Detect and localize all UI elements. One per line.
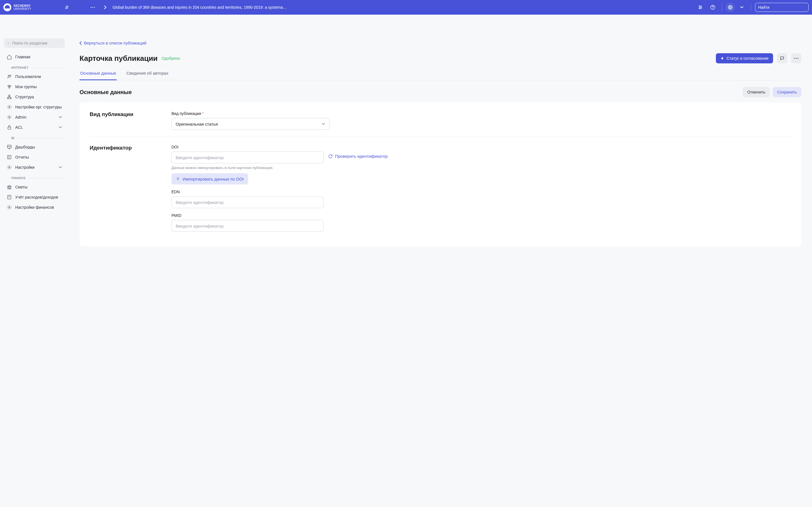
- nav-label: ACL: [15, 125, 23, 129]
- logo[interactable]: SECHENOV UNIVERSITY: [3, 3, 35, 11]
- cancel-button[interactable]: Отменить: [743, 87, 770, 97]
- svg-point-20: [10, 75, 11, 76]
- svg-point-13: [729, 6, 732, 9]
- sidebar-item-org-settings[interactable]: Настройки орг. структуры: [4, 102, 65, 112]
- import-doi-button[interactable]: Импортировать данные по DOI: [171, 173, 248, 184]
- svg-point-19: [8, 75, 10, 76]
- form-row-identifier: Идентификатор DOI Данные можно импортиро…: [90, 136, 791, 238]
- more-button[interactable]: [791, 53, 801, 63]
- comment-button[interactable]: [777, 53, 787, 63]
- topbar-search[interactable]: [755, 3, 809, 12]
- groups-icon: [7, 84, 12, 89]
- sidebar-item-reports[interactable]: Отчеты: [4, 152, 65, 162]
- svg-point-12: [730, 7, 731, 8]
- page-header: Карточка публикации Одобрено Статус и со…: [80, 53, 801, 63]
- check-identifier-button[interactable]: Проверить идентификатор: [328, 151, 388, 159]
- tab-authors[interactable]: Сведения об авторах: [126, 71, 169, 80]
- field-label: Вид публикации *: [171, 111, 329, 116]
- nav-label: Учёт расходов/доходов: [15, 195, 58, 200]
- sidebar-item-users[interactable]: Пользователи: [4, 71, 65, 82]
- nav-label: Настройки орг. структуры: [15, 105, 62, 109]
- sidebar-item-structure[interactable]: Структура: [4, 92, 65, 102]
- nav-label: Настройки: [15, 165, 35, 170]
- bolt-icon: [720, 56, 724, 61]
- svg-rect-25: [7, 98, 9, 99]
- sidebar-item-dashboards[interactable]: Дашборды: [4, 142, 65, 152]
- comment-icon: [780, 56, 784, 61]
- tab-main-data[interactable]: Основные данные: [80, 71, 117, 80]
- nav-label: Дашборды: [15, 145, 35, 149]
- nav-label: Admin: [15, 115, 27, 119]
- svg-rect-24: [9, 95, 10, 96]
- users-icon: [7, 74, 12, 79]
- chevron-right-icon[interactable]: [100, 2, 110, 12]
- sidebar-item-home[interactable]: Главная: [4, 52, 65, 62]
- topbar-search-input[interactable]: [758, 5, 808, 10]
- sidebar-item-bi-settings[interactable]: Настройки: [4, 162, 65, 172]
- pub-type-select[interactable]: Оригинальная статья: [171, 118, 329, 130]
- svg-point-28: [9, 117, 10, 118]
- nav-label: Настройки финансов: [15, 205, 54, 210]
- field-label: DOI: [171, 145, 324, 149]
- back-link[interactable]: Вернуться в список публикаций: [80, 41, 146, 45]
- lock-icon: [7, 125, 12, 130]
- structure-icon: [7, 94, 12, 100]
- pmid-input[interactable]: [171, 220, 324, 232]
- status-button[interactable]: Статус и согласование: [716, 53, 773, 63]
- sidebar-item-acl[interactable]: ACL: [4, 122, 65, 132]
- refresh-icon: [328, 154, 333, 159]
- sidebar-item-finance-settings[interactable]: Настройки финансов: [4, 202, 65, 212]
- main: Вернуться в список публикаций Карточка п…: [69, 34, 812, 263]
- sidebar-item-budgets[interactable]: Сметы: [4, 182, 65, 192]
- svg-point-39: [9, 207, 10, 208]
- doi-input[interactable]: [171, 152, 324, 163]
- bank-icon: [7, 184, 12, 189]
- more-icon: [794, 58, 799, 59]
- svg-line-18: [9, 43, 9, 44]
- svg-point-22: [10, 86, 11, 87]
- nav-section-finance: FINANCE: [4, 172, 65, 182]
- nav-label: Главная: [15, 55, 30, 59]
- svg-point-42: [798, 58, 799, 59]
- form-card: Вид публикации Вид публикации * Оригинал…: [80, 102, 801, 246]
- svg-point-23: [9, 87, 10, 89]
- home-icon: [7, 54, 12, 59]
- svg-point-3: [94, 7, 95, 8]
- chevron-down-icon: [322, 123, 325, 125]
- chevron-down-icon: [59, 126, 62, 128]
- logo-icon: [3, 3, 11, 11]
- sidebar-item-admin[interactable]: Admin: [4, 112, 65, 122]
- more-icon[interactable]: [88, 2, 98, 12]
- edn-input[interactable]: [171, 196, 324, 208]
- svg-point-2: [93, 7, 93, 8]
- nav-label: Мои группы: [15, 84, 37, 89]
- svg-point-17: [8, 43, 9, 44]
- sidebar-search-input[interactable]: [12, 41, 61, 45]
- settings-icon[interactable]: [695, 2, 705, 12]
- gear-icon: [7, 205, 12, 210]
- svg-point-7: [699, 6, 700, 6]
- sidebar: Главная ИНТРАНЕТ Пользователи Мои группы…: [0, 34, 69, 263]
- svg-point-34: [9, 167, 10, 168]
- save-button[interactable]: Сохранить: [772, 87, 801, 97]
- tabs: Основные данные Сведения об авторах: [80, 71, 801, 80]
- nav-label: Сметы: [15, 185, 28, 189]
- sidebar-item-accounting[interactable]: Учёт расходов/доходов: [4, 192, 65, 202]
- chevron-down-icon[interactable]: [737, 2, 747, 12]
- pin-icon[interactable]: [62, 2, 72, 12]
- svg-point-27: [9, 107, 10, 108]
- section-header: Основные данные Отменить Сохранить: [80, 87, 801, 97]
- svg-point-11: [713, 8, 713, 9]
- dashboard-icon: [7, 145, 12, 150]
- field-label: EDN: [171, 189, 324, 194]
- field-label: PMID: [171, 213, 324, 218]
- sidebar-search[interactable]: [4, 38, 65, 48]
- avatar[interactable]: [726, 3, 734, 11]
- help-icon[interactable]: [708, 2, 718, 12]
- nav-label: Отчеты: [15, 155, 29, 159]
- book-icon: [7, 155, 12, 160]
- breadcrumb[interactable]: Global burden of 369 diseases and injuri…: [112, 5, 287, 10]
- sidebar-item-groups[interactable]: Мои группы: [4, 82, 65, 92]
- svg-point-8: [701, 7, 702, 8]
- calc-icon: [7, 194, 12, 200]
